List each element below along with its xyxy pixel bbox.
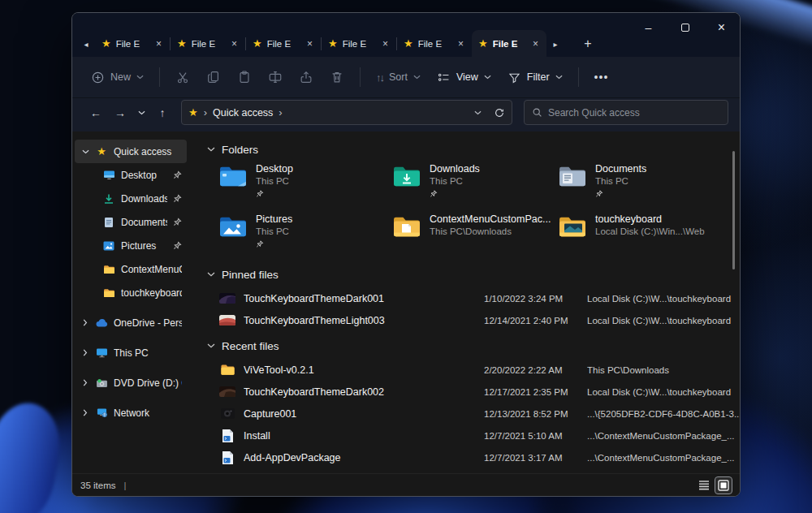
minimize-button[interactable]: – (630, 13, 667, 42)
sidebar-item-quick-access[interactable]: ★ Quick access (75, 140, 187, 163)
tab-close-icon[interactable]: × (230, 38, 239, 50)
star-icon: ★ (404, 38, 413, 49)
rename-button[interactable] (261, 63, 290, 91)
file-row-vivetool[interactable]: ViVeTool-v0.2.1 2/20/2022 2:22 AM This P… (205, 359, 740, 381)
view-button[interactable]: View (430, 65, 499, 90)
file-row-touchkeyboardthemelight003[interactable]: TouchKeyboardThemeLight003 12/14/2021 2:… (205, 309, 740, 331)
new-button[interactable]: New (84, 65, 151, 90)
folder-tile-touchkeyboard[interactable]: touchkeyboard Local Disk (C:)\Win...\Web (558, 213, 740, 258)
thumbnail-view-button[interactable] (715, 477, 732, 494)
delete-button[interactable] (322, 63, 352, 91)
refresh-button[interactable] (494, 107, 505, 119)
star-icon: ★ (253, 38, 262, 49)
tab-scroll-left-button[interactable]: ◂ (77, 31, 95, 57)
folder-tile-downloads[interactable]: Downloads This PC (392, 162, 558, 208)
folder-tile-contextmenucustompackage[interactable]: ContextMenuCustomPac... This PC\Download… (392, 213, 558, 258)
tab-close-icon[interactable]: × (381, 38, 390, 50)
script-file-icon (219, 429, 235, 443)
sidebar-item-desktop[interactable]: Desktop (75, 163, 187, 187)
item-count: 35 items (80, 481, 115, 490)
explorer-tab-active[interactable]: ★ File E × (472, 30, 546, 57)
folder-tile-documents[interactable]: Documents This PC (558, 162, 740, 208)
chevron-collapsed-icon[interactable] (81, 409, 89, 416)
maximize-button[interactable] (667, 13, 703, 42)
file-row-capture001[interactable]: Capture001 12/13/2021 8:52 PM ...\{5205D… (205, 403, 740, 425)
close-button[interactable]: × (703, 13, 740, 42)
chevron-collapsed-icon[interactable] (81, 349, 89, 356)
sort-button[interactable]: ↑↓ Sort (369, 66, 428, 89)
folder-tile-desktop[interactable]: Desktop This PC (218, 162, 392, 208)
recent-locations-button[interactable] (134, 101, 149, 124)
sort-button-label: Sort (389, 71, 408, 83)
file-location: ...\ContextMenuCustomPackage_... (587, 431, 740, 441)
forward-button[interactable]: → (110, 101, 131, 124)
back-button[interactable]: ← (85, 101, 106, 124)
explorer-tab[interactable]: ★ File E × (246, 30, 321, 57)
more-options-button[interactable]: ••• (587, 65, 616, 89)
breadcrumb[interactable]: ★ › Quick access › (181, 100, 512, 125)
search-icon (532, 107, 542, 118)
sidebar-item-this-pc[interactable]: This PC (75, 341, 187, 364)
tab-close-icon[interactable]: × (154, 38, 163, 50)
refresh-icon (494, 107, 505, 119)
toolbar-divider (578, 67, 579, 87)
chevron-expanded-icon[interactable] (207, 272, 215, 277)
paste-button[interactable] (230, 63, 259, 91)
explorer-tab[interactable]: ★ File E × (322, 30, 396, 57)
section-header-recent-files[interactable]: Recent files (207, 336, 740, 356)
folder-tile-pictures[interactable]: Pictures This PC (218, 213, 392, 258)
tab-close-icon[interactable]: × (305, 38, 314, 50)
tab-close-icon[interactable]: × (456, 38, 465, 50)
breadcrumb-chevron[interactable]: › (279, 106, 282, 119)
file-row-touchkeyboardthemedark002[interactable]: TouchKeyboardThemeDark002 12/17/2021 2:3… (205, 381, 740, 403)
search-input[interactable] (548, 107, 720, 119)
filter-button[interactable]: Filter (500, 65, 570, 90)
star-icon: ★ (478, 38, 488, 49)
sidebar-item-onedrive[interactable]: OneDrive - Personal (75, 311, 187, 334)
file-location: Local Disk (C:)\W...\touchkeyboard (587, 316, 740, 325)
sidebar-item-dvd-drive[interactable]: DVD Drive (D:) CCC (75, 371, 187, 394)
desktop-icon (102, 170, 115, 180)
file-location: This PC\Downloads (587, 365, 740, 375)
chevron-expanded-icon[interactable] (81, 149, 89, 154)
section-title: Folders (222, 144, 258, 156)
sidebar-item-downloads[interactable]: Downloads (75, 187, 187, 210)
sidebar-item-contextmenucust[interactable]: ContextMenuCust (75, 257, 187, 281)
explorer-tab[interactable]: ★ File E × (95, 30, 170, 57)
new-tab-button[interactable]: + (576, 31, 600, 57)
sidebar-item-pictures[interactable]: Pictures (75, 234, 187, 257)
file-row-install[interactable]: Install 12/7/2021 5:10 AM ...\ContextMen… (205, 425, 740, 446)
share-button[interactable] (292, 63, 321, 91)
search-box[interactable] (524, 100, 728, 125)
sidebar-item-touchkeyboard[interactable]: touchkeyboard (75, 281, 187, 304)
pin-icon (173, 194, 182, 203)
chevron-collapsed-icon[interactable] (81, 319, 89, 326)
folder-with-file-icon (392, 215, 421, 258)
chevron-expanded-icon[interactable] (207, 343, 215, 348)
vertical-scrollbar[interactable] (732, 151, 735, 269)
tab-scroll-right-button[interactable]: ▸ (546, 31, 564, 57)
up-button[interactable]: ↑ (152, 101, 173, 124)
sidebar-item-documents[interactable]: Documents (75, 210, 187, 234)
section-header-folders[interactable]: Folders (207, 140, 740, 159)
tab-close-icon[interactable]: × (531, 38, 540, 50)
this-pc-icon (95, 347, 108, 358)
breadcrumb-item[interactable]: Quick access (213, 107, 273, 119)
copy-icon (206, 70, 221, 84)
file-row-touchkeyboardthemedark001[interactable]: TouchKeyboardThemeDark001 1/10/2022 3:24… (205, 287, 740, 309)
cut-button[interactable] (168, 63, 197, 91)
section-header-pinned-files[interactable]: Pinned files (207, 265, 740, 284)
explorer-tab[interactable]: ★ File E × (171, 30, 245, 57)
copy-button[interactable] (199, 63, 228, 91)
explorer-body: ★ Quick access Desktop Downloads (72, 131, 740, 473)
file-name: Add-AppDevPackage (244, 452, 484, 463)
chevron-expanded-icon[interactable] (207, 147, 215, 152)
address-dropdown-icon[interactable] (474, 110, 482, 115)
details-view-button[interactable] (696, 477, 712, 494)
chevron-collapsed-icon[interactable] (81, 379, 89, 386)
window-controls: – × (630, 13, 740, 42)
file-row-add-appdevpackage[interactable]: Add-AppDevPackage 12/7/2021 3:17 AM ...\… (205, 446, 740, 468)
explorer-tab[interactable]: ★ File E × (397, 30, 472, 57)
sidebar-item-network[interactable]: Network (75, 401, 187, 425)
pin-icon (256, 239, 292, 248)
